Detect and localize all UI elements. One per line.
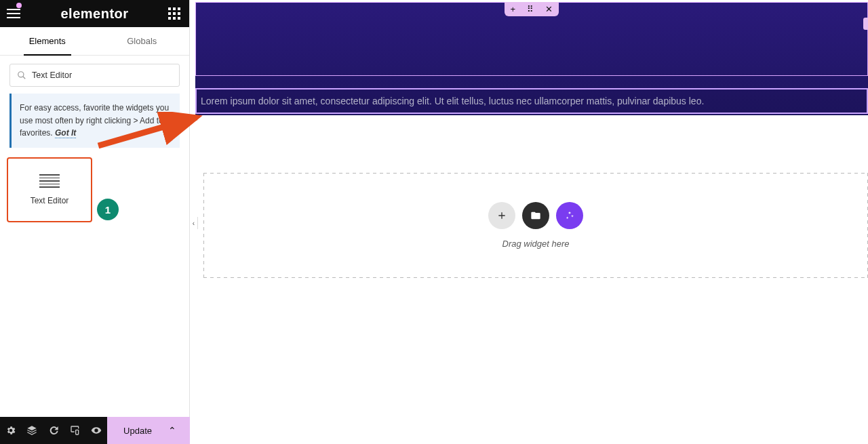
text-editor-icon	[39, 174, 60, 188]
update-button[interactable]: Update ⌃	[107, 417, 190, 444]
panel-footer: Update ⌃	[0, 417, 190, 444]
plus-icon	[496, 210, 507, 221]
search-container	[0, 56, 189, 94]
preview-button[interactable]	[85, 417, 107, 444]
hero-section[interactable]: + ⠿ ✕ Lorem ipsum dolor sit amet, consec…	[195, 2, 868, 115]
add-section-button[interactable]: +	[511, 5, 516, 14]
notification-dot-icon	[16, 3, 22, 8]
widget-label: Text Editor	[31, 196, 69, 205]
history-icon	[48, 425, 59, 436]
ai-section-circle[interactable]	[556, 202, 583, 229]
search-icon	[17, 70, 26, 80]
panel-header: elementor	[0, 0, 189, 27]
dropzone-label: Drag widget here	[502, 239, 570, 249]
search-input[interactable]	[32, 70, 172, 80]
panel-tabs: Elements Globals	[0, 27, 189, 56]
menu-button[interactable]	[7, 5, 23, 22]
tip-got-it-link[interactable]: Got It	[55, 128, 76, 138]
widgets-grid-button[interactable]	[166, 5, 182, 22]
responsive-button[interactable]	[64, 417, 86, 444]
gear-icon	[5, 425, 16, 436]
section-controls: + ⠿ ✕	[505, 2, 559, 16]
widgets-list: Text Editor	[0, 157, 189, 222]
folder-icon	[530, 210, 541, 221]
widget-text-editor[interactable]: Text Editor	[7, 157, 92, 222]
svg-point-0	[18, 72, 24, 77]
navigator-button[interactable]	[22, 417, 43, 444]
layers-icon	[26, 425, 37, 436]
add-template-circle[interactable]	[522, 202, 549, 229]
tab-elements[interactable]: Elements	[0, 27, 95, 55]
text-content: Lorem ipsum dolor sit amet, consectetur …	[201, 96, 704, 106]
devices-icon	[70, 425, 81, 436]
drag-section-handle[interactable]: ⠿	[527, 5, 534, 14]
svg-line-1	[23, 77, 26, 79]
delete-section-button[interactable]: ✕	[545, 5, 553, 14]
edit-handle-icon[interactable]	[863, 18, 868, 30]
tab-globals[interactable]: Globals	[95, 27, 190, 55]
panel-collapse-button[interactable]: ‹	[190, 217, 198, 229]
tip-text: For easy access, favorite the widgets yo…	[20, 103, 169, 138]
new-section-dropzone[interactable]: Drag widget here	[203, 173, 868, 278]
update-label: Update	[123, 426, 152, 436]
settings-button[interactable]	[0, 417, 22, 444]
preview-canvas: + ⠿ ✕ Lorem ipsum dolor sit amet, consec…	[190, 0, 868, 444]
editor-panel: elementor Elements Globals For easy acce…	[0, 0, 190, 444]
sparkle-icon	[564, 210, 575, 221]
eye-icon	[91, 425, 102, 436]
chevron-up-icon[interactable]: ⌃	[168, 425, 176, 436]
favorites-tip: For easy access, favorite the widgets yo…	[9, 94, 180, 148]
text-editor-widget[interactable]: Lorem ipsum dolor sit amet, consectetur …	[195, 88, 868, 114]
history-button[interactable]	[43, 417, 64, 444]
dropzone-actions	[488, 202, 583, 229]
search-field[interactable]	[9, 64, 180, 87]
add-section-circle[interactable]	[488, 202, 515, 229]
brand-logo: elementor	[60, 6, 128, 22]
